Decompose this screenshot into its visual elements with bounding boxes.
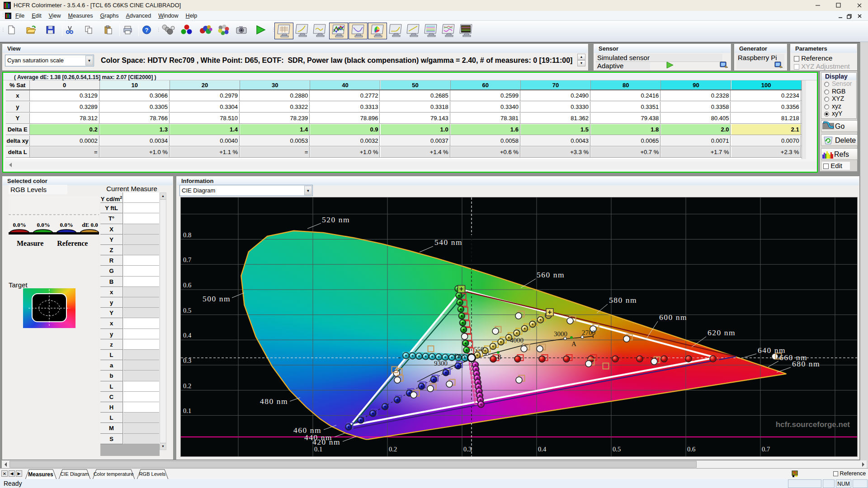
svg-text:560 nm: 560 nm bbox=[537, 270, 565, 279]
svg-text:0.1: 0.1 bbox=[183, 407, 191, 414]
svg-text:?: ? bbox=[145, 27, 149, 33]
svg-text:0.0%: 0.0% bbox=[13, 221, 26, 228]
svg-text:B: B bbox=[497, 354, 501, 361]
svg-text:dE 0.0: dE 0.0 bbox=[82, 221, 98, 228]
svg-text:0.1: 0.1 bbox=[314, 446, 322, 453]
svg-text:D65: D65 bbox=[454, 353, 465, 360]
svg-text:680 nm: 680 nm bbox=[792, 359, 820, 368]
svg-text:Color temperature: Color temperature bbox=[94, 471, 134, 477]
svg-text:hcfr.sourceforge.net: hcfr.sourceforge.net bbox=[776, 420, 850, 429]
svg-text:RGB Levels: RGB Levels bbox=[139, 471, 166, 477]
svg-text:420 nm: 420 nm bbox=[312, 437, 340, 446]
svg-text:CIE Diagram: CIE Diagram bbox=[61, 471, 89, 477]
svg-text:0.7: 0.7 bbox=[183, 256, 191, 263]
svg-text:0.5: 0.5 bbox=[613, 446, 621, 453]
svg-text:0.3: 0.3 bbox=[183, 357, 191, 364]
svg-text:9300: 9300 bbox=[434, 360, 448, 367]
svg-text:4000: 4000 bbox=[510, 337, 524, 344]
svg-text:480 nm: 480 nm bbox=[260, 397, 288, 406]
svg-text:Measures: Measures bbox=[28, 471, 53, 478]
svg-text:0.2: 0.2 bbox=[183, 382, 191, 389]
svg-text:0.8: 0.8 bbox=[183, 231, 191, 239]
svg-text:550: 550 bbox=[474, 346, 484, 353]
svg-text:580 nm: 580 nm bbox=[609, 296, 637, 305]
svg-text:3000: 3000 bbox=[554, 330, 567, 338]
svg-text:0.0%: 0.0% bbox=[60, 221, 73, 228]
svg-text:0.7: 0.7 bbox=[762, 446, 770, 453]
svg-text:A: A bbox=[571, 340, 576, 347]
svg-text:0.0%: 0.0% bbox=[37, 221, 50, 228]
svg-text:0.4: 0.4 bbox=[183, 332, 192, 339]
svg-text:0.5: 0.5 bbox=[183, 307, 191, 314]
svg-text:0.6: 0.6 bbox=[687, 446, 695, 453]
svg-text:0.4: 0.4 bbox=[538, 446, 547, 453]
svg-text:520 nm: 520 nm bbox=[322, 215, 350, 224]
svg-text:0.6: 0.6 bbox=[183, 282, 191, 289]
svg-text:600 nm: 600 nm bbox=[659, 313, 687, 322]
svg-text:0.2: 0.2 bbox=[389, 446, 397, 453]
svg-text:540 nm: 540 nm bbox=[434, 238, 462, 247]
svg-text:500 nm: 500 nm bbox=[203, 294, 231, 303]
svg-text:0.3: 0.3 bbox=[463, 446, 472, 453]
svg-text:2700: 2700 bbox=[582, 329, 595, 336]
svg-text:620 nm: 620 nm bbox=[708, 328, 736, 337]
